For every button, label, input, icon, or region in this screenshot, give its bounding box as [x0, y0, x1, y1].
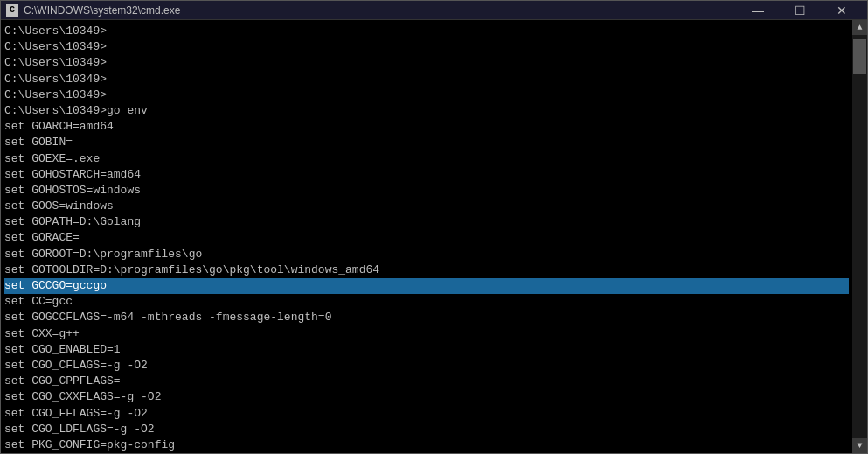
close-button[interactable]: ✕ — [822, 1, 862, 20]
window-title: C:\WINDOWS\system32\cmd.exe — [24, 4, 180, 17]
terminal-line: set CGO_LDFLAGS=-g -O2 — [4, 422, 849, 437]
terminal-line: set GOHOSTARCH=amd64 — [4, 167, 849, 183]
terminal-line: C:\Users\10349> — [4, 55, 849, 71]
terminal-line: set GOEXE=.exe — [4, 151, 849, 167]
terminal-line: C:\Users\10349> — [4, 72, 849, 87]
terminal-line: C:\Users\10349>go env — [4, 103, 849, 119]
scroll-track[interactable] — [852, 35, 867, 438]
terminal-line: set CGO_CFLAGS=-g -O2 — [4, 358, 849, 374]
window-controls: — ☐ ✕ — [738, 1, 862, 20]
title-bar-left: C C:\WINDOWS\system32\cmd.exe — [6, 4, 180, 17]
terminal-line: set GOOS=windows — [4, 199, 849, 214]
scrollbar[interactable]: ▲ ▼ — [852, 20, 867, 453]
scroll-down-button[interactable]: ▼ — [852, 438, 867, 453]
terminal-line: set CXX=g++ — [4, 326, 849, 342]
terminal-line: set CC=gcc — [4, 294, 849, 310]
terminal-line: set CGO_CPPFLAGS= — [4, 374, 849, 389]
minimize-button[interactable]: — — [738, 1, 778, 20]
maximize-button[interactable]: ☐ — [780, 1, 820, 20]
terminal-line: set CGO_FFLAGS=-g -O2 — [4, 406, 849, 422]
terminal-line: C:\Users\10349> — [4, 24, 849, 39]
terminal-line: set CGO_ENABLED=1 — [4, 342, 849, 358]
terminal-line: set PKG_CONFIG=pkg-config — [4, 437, 849, 453]
terminal-line: set GOROOT=D:\programfiles\go — [4, 247, 849, 262]
scroll-up-button[interactable]: ▲ — [852, 20, 867, 35]
terminal-line: set CGO_CXXFLAGS=-g -O2 — [4, 389, 849, 405]
terminal-line: set GOGCCFLAGS=-m64 -mthreads -fmessage-… — [4, 310, 849, 325]
terminal-output[interactable]: C:\Users\10349>C:\Users\10349>C:\Users\1… — [1, 20, 852, 453]
terminal-line: set GOTOOLDIR=D:\programfiles\go\pkg\too… — [4, 262, 849, 278]
terminal-line: C:\Users\10349> — [4, 39, 849, 55]
terminal-line: set GOHOSTOS=windows — [4, 183, 849, 199]
cmd-window: C C:\WINDOWS\system32\cmd.exe — ☐ ✕ C:\U… — [0, 0, 868, 454]
terminal-line: set GORACE= — [4, 230, 849, 246]
terminal-line: set GOARCH=amd64 — [4, 119, 849, 135]
terminal-line: set GOBIN= — [4, 135, 849, 150]
scroll-thumb[interactable] — [853, 39, 866, 74]
terminal-line: C:\Users\10349> — [4, 87, 849, 103]
terminal-line: set GCCGO=gccgo — [4, 278, 849, 294]
cmd-icon: C — [6, 4, 18, 17]
content-area: C:\Users\10349>C:\Users\10349>C:\Users\1… — [1, 20, 867, 453]
title-bar: C C:\WINDOWS\system32\cmd.exe — ☐ ✕ — [1, 1, 867, 20]
terminal-line: set GOPATH=D:\Golang — [4, 214, 849, 230]
